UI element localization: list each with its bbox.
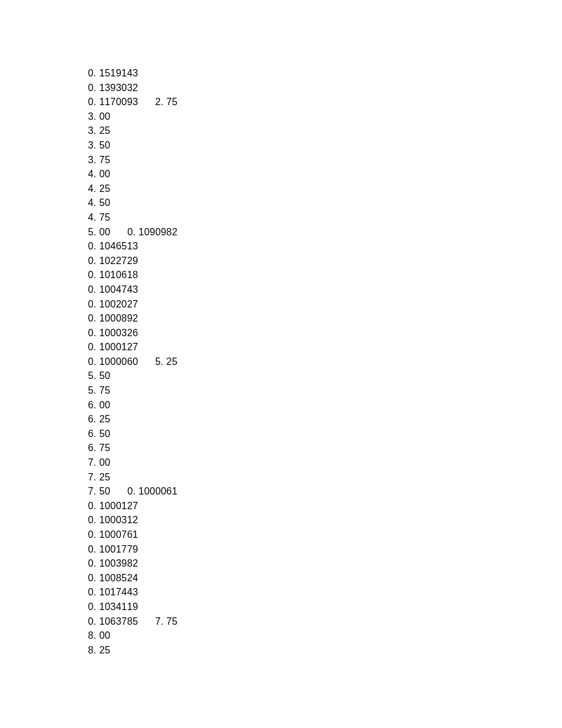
text-line: 6. 50 [88, 427, 562, 441]
text-line: 3. 50 [88, 138, 562, 153]
text-line: 0. 1000127 [88, 340, 562, 355]
text-line: 0. 1002027 [88, 297, 562, 312]
text-line: 0. 1063785 7. 75 [88, 614, 562, 629]
text-line: 6. 25 [88, 412, 562, 427]
text-line: 8. 25 [88, 643, 562, 658]
text-line: 8. 00 [88, 628, 562, 643]
text-line: 3. 25 [88, 123, 562, 138]
text-line: 7. 25 [88, 470, 562, 485]
text-line: 0. 1519143 [88, 66, 562, 81]
text-line: 0. 1004743 [88, 282, 562, 297]
text-line: 0. 1046513 [88, 239, 562, 254]
text-line: 0. 1000312 [88, 513, 562, 528]
text-line: 0. 1170093 2. 75 [88, 95, 562, 109]
text-line: 0. 1000060 5. 25 [88, 355, 562, 369]
text-line: 0. 1000326 [88, 326, 562, 340]
text-line: 0. 1000761 [88, 528, 562, 542]
text-line: 0. 1001779 [88, 542, 562, 557]
text-line: 6. 00 [88, 398, 562, 413]
text-line: 7. 50 0. 1000061 [88, 484, 562, 499]
text-line: 0. 1393032 [88, 81, 562, 95]
text-line: 4. 75 [88, 210, 562, 225]
text-line: 0. 1000892 [88, 311, 562, 326]
text-line: 3. 00 [88, 109, 562, 124]
text-line: 4. 50 [88, 196, 562, 210]
text-line: 4. 00 [88, 167, 562, 182]
text-line: 6. 75 [88, 441, 562, 455]
text-line: 4. 25 [88, 182, 562, 196]
text-line: 0. 1008524 [88, 571, 562, 586]
document-page: 0. 1519143 0. 1393032 0. 1170093 2. 75 3… [0, 0, 562, 657]
text-line: 5. 75 [88, 383, 562, 398]
text-line: 0. 1003982 [88, 556, 562, 571]
text-line: 0. 1000127 [88, 499, 562, 513]
text-line: 0. 1017443 [88, 585, 562, 600]
text-line: 0. 1034119 [88, 600, 562, 614]
text-line: 0. 1022729 [88, 254, 562, 268]
text-line: 0. 1010618 [88, 268, 562, 282]
text-line: 3. 75 [88, 153, 562, 167]
text-line: 5. 00 0. 1090982 [88, 225, 562, 240]
text-line: 7. 00 [88, 455, 562, 470]
text-line: 5. 50 [88, 369, 562, 383]
